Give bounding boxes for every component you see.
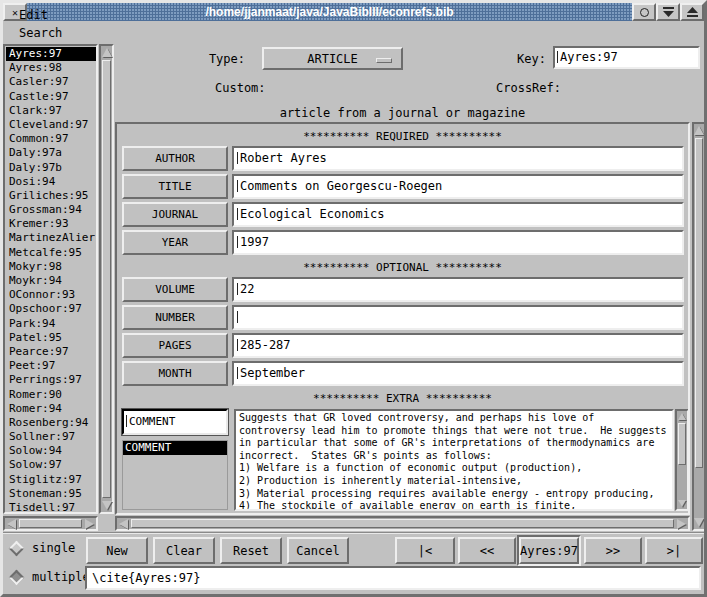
field-value-input[interactable]: 22 <box>232 277 684 302</box>
menu-item[interactable]: Search <box>16 24 65 42</box>
field-label-button[interactable]: YEAR <box>122 230 228 255</box>
list-item[interactable]: Patel:95 <box>6 331 96 345</box>
list-item[interactable]: Romer:90 <box>6 388 96 402</box>
list-item[interactable]: Metcalfe:95 <box>6 246 96 260</box>
next-record-button[interactable]: >> <box>584 537 642 564</box>
form-horizontal-scrollbar[interactable] <box>115 516 690 531</box>
list-item[interactable]: Opschoor:97 <box>6 302 96 316</box>
list-item[interactable]: Solow:94 <box>6 444 96 458</box>
new-button[interactable]: New <box>86 537 148 564</box>
scroll-down-icon[interactable] <box>694 516 704 529</box>
window-lower-button[interactable] <box>656 3 680 21</box>
scroll-left-icon[interactable] <box>5 518 18 529</box>
scrollbar-thumb[interactable] <box>695 138 703 468</box>
list-item[interactable]: Tisdell:97 <box>6 501 96 514</box>
reference-key-list[interactable]: Ayres:97Ayres:98Casler:97Castle:97Clark:… <box>3 44 98 514</box>
scroll-right-icon[interactable] <box>675 518 688 529</box>
field-value-input[interactable]: 1997 <box>232 230 684 255</box>
single-radio-icon[interactable] <box>9 540 25 556</box>
cite-command-input[interactable]: \cite{Ayres:97} <box>85 566 701 590</box>
list-item[interactable]: Rosenberg:94 <box>6 416 96 430</box>
list-item[interactable]: MartinezAlier:97 <box>6 231 96 245</box>
list-item[interactable]: Common:97 <box>6 132 96 146</box>
form-vertical-scrollbar[interactable] <box>692 122 704 531</box>
field-label-button[interactable]: TITLE <box>122 174 228 199</box>
window-title[interactable]: /home/jjanmaat/java/JavaBibIII/econrefs.… <box>27 3 632 21</box>
list-item[interactable]: Kremer:93 <box>6 217 96 231</box>
scroll-right-icon[interactable] <box>83 518 96 529</box>
previous-record-button[interactable]: << <box>458 537 516 564</box>
field-value-input[interactable]: Robert Ayres <box>232 146 684 171</box>
list-item[interactable]: Ayres:97 <box>6 47 96 61</box>
scrollbar-thumb[interactable] <box>678 423 686 465</box>
optional-section-title: ********** OPTIONAL ********** <box>117 261 688 274</box>
list-item[interactable]: Cleveland:97 <box>6 118 96 132</box>
list-item[interactable]: Castle:97 <box>6 90 96 104</box>
type-option-menu[interactable]: ARTICLE <box>262 47 403 70</box>
cancel-button[interactable]: Cancel <box>287 537 349 564</box>
field-label-button[interactable]: NUMBER <box>122 305 228 330</box>
key-input[interactable]: Ayres:97 <box>553 46 700 69</box>
list-item[interactable]: Peet:97 <box>6 359 96 373</box>
extra-text-scrollbar[interactable] <box>675 409 689 511</box>
scroll-down-icon[interactable] <box>101 499 112 512</box>
field-value-input[interactable]: 285-287 <box>232 333 684 358</box>
list-horizontal-scrollbar[interactable] <box>3 516 98 531</box>
list-item[interactable]: Sollner:97 <box>6 430 96 444</box>
list-vertical-scrollbar[interactable] <box>99 44 114 514</box>
list-item[interactable]: Pearce:97 <box>6 345 96 359</box>
list-item[interactable]: Dosi:94 <box>6 175 96 189</box>
list-item[interactable]: Casler:97 <box>6 75 96 89</box>
list-item[interactable]: Griliches:95 <box>6 189 96 203</box>
menubar: FileEditSearchCiteWindow <box>3 21 704 44</box>
field-value-input[interactable]: Comments on Georgescu-Roegen <box>232 174 684 199</box>
iconify-button[interactable] <box>632 3 656 21</box>
scroll-left-icon[interactable] <box>117 518 130 529</box>
extra-text-area[interactable]: Suggests that GR loved controversy, and … <box>234 409 674 511</box>
bar-up-triangle-icon <box>686 6 699 18</box>
list-item[interactable]: Perrings:97 <box>6 373 96 387</box>
list-item[interactable]: Stoneman:95 <box>6 487 96 501</box>
menu-item[interactable]: Edit <box>16 6 65 24</box>
list-item[interactable]: Daly:97a <box>6 146 96 160</box>
scroll-up-icon[interactable] <box>677 411 687 422</box>
list-item[interactable]: Clark:97 <box>6 104 96 118</box>
list-item[interactable]: Moykr:94 <box>6 274 96 288</box>
scroll-up-icon[interactable] <box>101 46 112 59</box>
window-raise-button[interactable] <box>680 3 704 21</box>
scrollbar-thumb[interactable] <box>19 519 82 528</box>
extra-field-name-list[interactable]: COMMENT <box>122 440 228 510</box>
scroll-down-icon[interactable] <box>677 498 687 509</box>
current-record-button[interactable]: Ayres:97 <box>519 537 579 564</box>
entry-form-panel: ********** REQUIRED ********** AUTHOR Ro… <box>115 122 690 515</box>
field-label-button[interactable]: PAGES <box>122 333 228 358</box>
field-value-input[interactable] <box>232 305 684 330</box>
list-item[interactable]: Romer:94 <box>6 402 96 416</box>
list-item[interactable]: Daly:97b <box>6 161 96 175</box>
extra-field-name-input[interactable]: COMMENT <box>122 409 228 435</box>
first-record-button[interactable]: |< <box>395 537 455 564</box>
field-label-button[interactable]: VOLUME <box>122 277 228 302</box>
field-label-button[interactable]: AUTHOR <box>122 146 228 171</box>
field-value-input[interactable]: September <box>232 361 684 386</box>
list-item[interactable]: Park:94 <box>6 317 96 331</box>
list-item[interactable]: OConnor:93 <box>6 288 96 302</box>
list-item[interactable]: Stiglitz:97 <box>6 473 96 487</box>
clear-button[interactable]: Clear <box>153 537 215 564</box>
key-label: Key: <box>498 52 546 66</box>
list-item[interactable]: Ayres:98 <box>6 61 96 75</box>
list-item[interactable]: Solow:97 <box>6 458 96 472</box>
scrollbar-thumb[interactable] <box>131 519 674 528</box>
list-item[interactable]: COMMENT <box>123 441 227 455</box>
multiple-radio-icon[interactable] <box>9 569 25 585</box>
field-value-input[interactable]: Ecological Economics <box>232 202 684 227</box>
last-record-button[interactable]: >| <box>645 537 703 564</box>
scrollbar-thumb[interactable] <box>102 60 111 498</box>
list-item[interactable]: Mokyr:98 <box>6 260 96 274</box>
field-label-button[interactable]: MONTH <box>122 361 228 386</box>
field-label-button[interactable]: JOURNAL <box>122 202 228 227</box>
list-item[interactable]: Grossman:94 <box>6 203 96 217</box>
scroll-up-icon[interactable] <box>694 124 704 137</box>
reset-button[interactable]: Reset <box>220 537 282 564</box>
crossref-label: CrossRef: <box>496 81 561 95</box>
